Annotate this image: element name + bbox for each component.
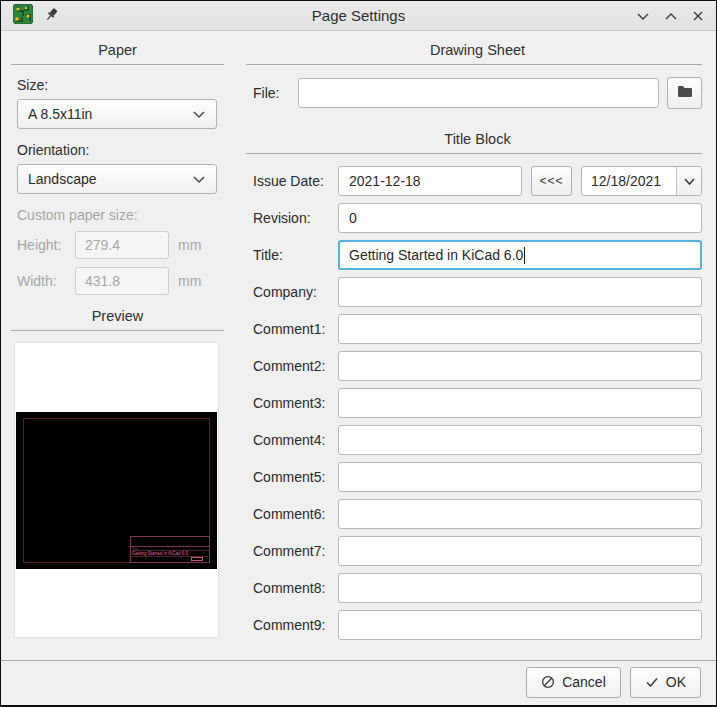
comment9-row: Comment9: (253, 610, 702, 640)
comment2-input[interactable] (338, 351, 702, 381)
date-picker[interactable]: 12/18/2021 (581, 166, 702, 196)
page-preview: Title: Getting Started in KiCad 6.0 (15, 343, 218, 637)
copy-date-button[interactable]: <<< (531, 166, 572, 196)
chevron-down-icon (192, 106, 206, 122)
comment6-row: Comment6: (253, 499, 702, 529)
issue-date-input[interactable] (338, 166, 522, 196)
comment7-label: Comment7: (253, 543, 338, 559)
preview-rev-box (191, 557, 203, 561)
comment6-label: Comment6: (253, 506, 338, 522)
height-unit: mm (178, 237, 201, 253)
comment4-label: Comment4: (253, 432, 338, 448)
paper-section-header: Paper (1, 37, 234, 64)
drawing-sheet-panel: Drawing Sheet File: Title Block (234, 31, 716, 660)
paper-size-value: A 8.5x11in (28, 106, 192, 122)
check-icon (645, 676, 659, 688)
paper-panel: Paper Size: A 8.5x11in Orientation: Land… (1, 31, 234, 660)
title-label: Title: (253, 247, 338, 263)
title-input-value: Getting Started in KiCad 6.0 (349, 247, 523, 263)
orientation-label: Orientation: (17, 142, 218, 158)
preview-section-header: Preview (1, 303, 234, 330)
title-row: Title: Getting Started in KiCad 6.0 (253, 240, 702, 270)
divider (11, 330, 224, 331)
orientation-select[interactable]: Landscape (17, 164, 217, 194)
ok-button[interactable]: OK (630, 667, 701, 698)
issue-date-row: Issue Date: <<< 12/18/2021 (253, 166, 702, 196)
width-label: Width: (17, 273, 75, 289)
comment1-input[interactable] (338, 314, 702, 344)
title-block-header: Title Block (253, 126, 702, 153)
comment4-row: Comment4: (253, 425, 702, 455)
comment2-label: Comment2: (253, 358, 338, 374)
dialog-footer: Cancel OK (1, 660, 716, 705)
comment2-row: Comment2: (253, 351, 702, 381)
page-settings-dialog: Page Settings Paper Size: A 8.5x11in (0, 0, 717, 707)
cancel-button-label: Cancel (562, 674, 606, 690)
pin-icon[interactable] (44, 7, 59, 25)
comment9-input[interactable] (338, 610, 702, 640)
company-label: Company: (253, 284, 338, 300)
cancel-button[interactable]: Cancel (526, 667, 621, 698)
ok-button-label: OK (666, 674, 686, 690)
divider (246, 64, 702, 65)
comment3-label: Comment3: (253, 395, 338, 411)
titlebar[interactable]: Page Settings (1, 1, 716, 31)
file-input[interactable] (298, 78, 659, 108)
window-title: Page Settings (1, 7, 716, 24)
title-input[interactable]: Getting Started in KiCad 6.0 (338, 240, 702, 270)
drawing-sheet-header: Drawing Sheet (253, 37, 702, 64)
revision-row: Revision: (253, 203, 702, 233)
file-label: File: (253, 85, 298, 101)
revision-label: Revision: (253, 210, 338, 226)
chevron-down-icon[interactable] (676, 167, 701, 195)
issue-date-label: Issue Date: (253, 173, 338, 189)
chevron-down-icon (192, 171, 206, 187)
minimize-icon[interactable] (636, 11, 650, 21)
comment6-input[interactable] (338, 499, 702, 529)
close-icon[interactable] (692, 10, 704, 22)
comment8-input[interactable] (338, 573, 702, 603)
comment1-row: Comment1: (253, 314, 702, 344)
browse-file-button[interactable] (667, 77, 702, 109)
height-label: Height: (17, 237, 75, 253)
width-unit: mm (178, 273, 201, 289)
height-input (75, 231, 169, 259)
folder-icon (677, 85, 693, 101)
comment7-input[interactable] (338, 536, 702, 566)
custom-paper-size-label: Custom paper size: (17, 207, 218, 223)
revision-input[interactable] (338, 203, 702, 233)
orientation-value: Landscape (28, 171, 192, 187)
kicad-logo-icon (13, 4, 33, 27)
divider (246, 153, 702, 154)
comment8-row: Comment8: (253, 573, 702, 603)
comment5-label: Comment5: (253, 469, 338, 485)
preview-title-block: Title: Getting Started in KiCad 6.0 (130, 536, 210, 563)
comment5-row: Comment5: (253, 462, 702, 492)
width-input (75, 267, 169, 295)
comment3-row: Comment3: (253, 388, 702, 418)
text-cursor (524, 247, 525, 264)
maximize-icon[interactable] (664, 11, 678, 21)
comment8-label: Comment8: (253, 580, 338, 596)
date-picker-value: 12/18/2021 (582, 167, 676, 195)
comment7-row: Comment7: (253, 536, 702, 566)
preview-sheet: Title: Getting Started in KiCad 6.0 (16, 412, 217, 569)
size-label: Size: (17, 77, 218, 93)
company-row: Company: (253, 277, 702, 307)
paper-size-select[interactable]: A 8.5x11in (17, 99, 217, 129)
company-input[interactable] (338, 277, 702, 307)
comment3-input[interactable] (338, 388, 702, 418)
comment5-input[interactable] (338, 462, 702, 492)
comment9-label: Comment9: (253, 617, 338, 633)
custom-paper-size-group: Custom paper size: Height: mm Width: mm (17, 207, 218, 295)
comment1-label: Comment1: (253, 321, 338, 337)
comment4-input[interactable] (338, 425, 702, 455)
cancel-icon (541, 675, 555, 689)
